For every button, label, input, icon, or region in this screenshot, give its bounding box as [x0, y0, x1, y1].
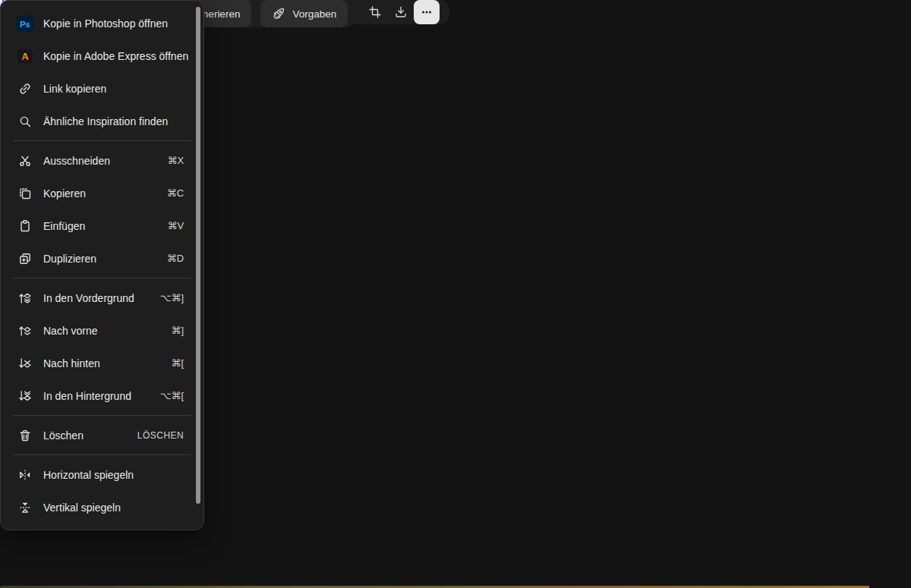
send-backward-icon [16, 354, 34, 373]
photoshop-icon: Ps [16, 14, 34, 33]
rocket-icon [272, 7, 285, 20]
menu-item-open-in-photoshop[interactable]: Ps Kopie in Photoshop öffnen [1, 7, 203, 39]
menu-shortcut: ⌘[ [172, 357, 189, 369]
flip-vertical-icon [16, 498, 34, 517]
menu-shortcut: LÖSCHEN [137, 430, 189, 441]
menu-item-find-similar[interactable]: Ähnliche Inspiration finden [1, 105, 203, 137]
presets-button[interactable]: Vorgaben [260, 0, 348, 27]
menu-label: Kopieren [43, 187, 86, 200]
scissors-icon [16, 152, 34, 170]
download-icon [394, 5, 408, 19]
menu-divider [13, 415, 191, 416]
copy-icon [16, 184, 34, 203]
link-icon [16, 80, 34, 98]
menu-item-send-to-back[interactable]: In den Hintergrund ⌥⌘[ [1, 379, 203, 412]
duplicate-icon [16, 250, 34, 268]
menu-item-duplicate[interactable]: Duplizieren ⌘D [1, 242, 203, 275]
menu-shortcut: ⌥⌘] [160, 292, 189, 303]
menu-item-bring-to-front[interactable]: In den Vordergrund ⌥⌘] [1, 281, 203, 314]
search-icon [16, 112, 34, 130]
more-button[interactable] [414, 0, 440, 24]
menu-shortcut: ⌘] [172, 325, 189, 336]
menu-item-flip-vertical[interactable]: Vertikal spiegeln [1, 491, 203, 524]
context-menu: Ps Kopie in Photoshop öffnen A Kopie in … [0, 0, 204, 530]
crop-icon [368, 5, 382, 19]
flip-horizontal-icon [16, 466, 34, 484]
crop-button[interactable] [362, 0, 388, 24]
paste-icon [16, 217, 34, 235]
menu-label: Horizontal spiegeln [43, 469, 134, 481]
menu-label: Löschen [43, 429, 84, 442]
menu-shortcut: ⌘D [167, 253, 188, 264]
menu-label: Duplizieren [43, 253, 96, 265]
menu-label: Nach hinten [43, 357, 100, 369]
menu-label: In den Hintergrund [43, 390, 131, 402]
menu-divider [13, 140, 191, 141]
bring-to-front-icon [16, 289, 34, 307]
menu-label: Vertikal spiegeln [43, 502, 121, 514]
menu-item-copy[interactable]: Kopieren ⌘C [1, 177, 203, 209]
menu-shortcut: ⌥⌘[ [160, 390, 189, 401]
menu-label: In den Vordergrund [43, 292, 134, 304]
menu-divider [13, 454, 191, 455]
menu-item-copy-link[interactable]: Link kopieren [1, 72, 203, 105]
menu-divider [13, 278, 191, 278]
bring-forward-icon [16, 322, 34, 340]
send-to-back-icon [16, 387, 34, 405]
menu-shortcut: ⌘X [168, 155, 189, 166]
menu-label: Nach vorne [43, 325, 98, 337]
menu-label: Link kopieren [43, 83, 106, 95]
menu-item-delete[interactable]: Löschen LÖSCHEN [1, 419, 203, 451]
menu-item-bring-forward[interactable]: Nach vorne ⌘] [1, 314, 203, 347]
presets-label: Vorgaben [292, 8, 336, 20]
menu-item-cut[interactable]: Ausschneiden ⌘X [1, 144, 203, 177]
menu-label: Ausschneiden [43, 155, 110, 167]
menu-scrollbar[interactable] [196, 7, 200, 504]
menu-item-flip-horizontal[interactable]: Horizontal spiegeln [1, 458, 203, 491]
menu-item-paste[interactable]: Einfügen ⌘V [1, 209, 203, 242]
menu-item-send-backward[interactable]: Nach hinten ⌘[ [1, 347, 203, 379]
menu-shortcut: ⌘V [168, 220, 189, 231]
menu-label: Kopie in Adobe Express öffnen [43, 50, 188, 62]
menu-shortcut: ⌘C [167, 187, 188, 199]
menu-label: Einfügen [43, 220, 85, 232]
ellipsis-icon [420, 5, 433, 19]
adobe-express-icon: A [16, 47, 34, 65]
svg-text:Ps: Ps [20, 19, 30, 28]
trash-icon [16, 426, 34, 445]
svg-text:A: A [21, 51, 29, 62]
menu-label: Kopie in Photoshop öffnen [43, 17, 168, 30]
menu-item-open-in-adobe-express[interactable]: A Kopie in Adobe Express öffnen [1, 39, 203, 72]
download-button[interactable] [388, 0, 414, 24]
menu-label: Ähnliche Inspiration finden [43, 115, 168, 127]
